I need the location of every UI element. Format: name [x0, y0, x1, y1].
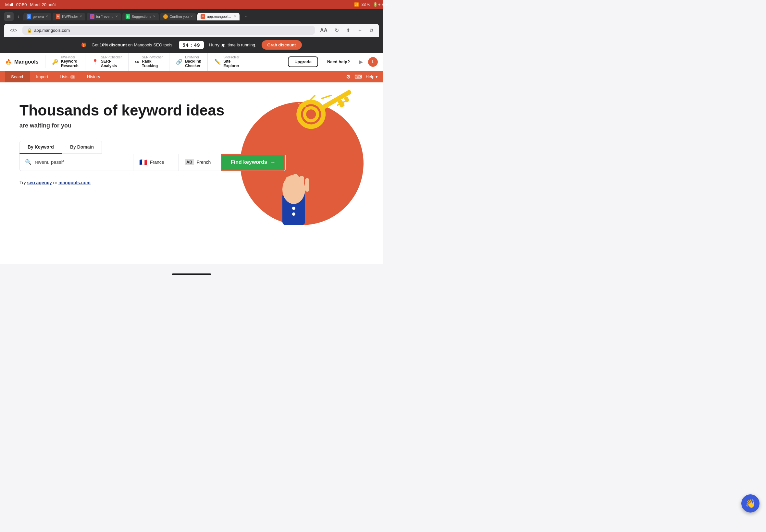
- reload-button[interactable]: ↻: [333, 26, 341, 35]
- svg-line-1: [321, 95, 331, 99]
- carrier-label: Mail: [5, 2, 13, 7]
- serpchecker-tool[interactable]: 📍 SERPChecker SERPAnalysis: [85, 53, 128, 71]
- tab-by-keyword[interactable]: By Keyword: [19, 141, 62, 154]
- svg-point-12: [292, 212, 295, 216]
- hero-subtitle: are waiting for you: [19, 122, 182, 129]
- lang-icon: AB: [185, 159, 194, 165]
- main-navigation: 🔥 Mangools 🔑 KWFinder KeywordResearch 📍 …: [0, 53, 383, 71]
- kwfinder-tool[interactable]: 🔑 KWFinder KeywordResearch: [45, 53, 85, 71]
- lock-icon: 🔒: [27, 28, 32, 33]
- new-tab-button[interactable]: ＋: [355, 26, 364, 35]
- subnav-import[interactable]: Import: [30, 71, 54, 82]
- svg-point-4: [294, 97, 328, 131]
- logo-area[interactable]: 🔥 Mangools: [5, 55, 45, 68]
- serpwatcher-tool[interactable]: ∞ SERPWatcher RankTracking: [128, 53, 169, 71]
- home-indicator[interactable]: [172, 273, 211, 275]
- try-seo-agency-link[interactable]: seo agency: [27, 180, 52, 185]
- promo-banner: 🎁 Get 10% discount on Mangools SEO tools…: [0, 37, 383, 53]
- help-menu[interactable]: Help ▾: [366, 74, 378, 79]
- brand-name: Mangools: [14, 59, 39, 65]
- upgrade-button[interactable]: Upgrade: [288, 56, 318, 67]
- try-mangools-link[interactable]: mangools.com: [58, 180, 91, 185]
- battery-label: 33 %: [361, 2, 370, 7]
- time-label: 07:50: [16, 2, 27, 7]
- country-label: France: [150, 160, 164, 165]
- promo-icon: 🎁: [81, 42, 86, 47]
- serpwatcher-icon: ∞: [135, 58, 139, 65]
- tabs-row: G genera ✕ M KWFinder ✕ 🔖 for "revenu ✕ …: [23, 13, 239, 20]
- logo-icon: 🔥: [5, 59, 12, 65]
- keyword-input-wrap: 🔍: [20, 154, 133, 171]
- aa-button[interactable]: AA: [318, 26, 329, 35]
- search-icon: 🔍: [25, 159, 31, 165]
- battery-icon: 🔋: [373, 2, 378, 7]
- back-button[interactable]: ‹: [16, 12, 21, 21]
- tab-by-domain[interactable]: By Domain: [62, 141, 102, 154]
- arrow-right-icon: →: [270, 159, 275, 165]
- browser-tab-suggestions[interactable]: S Suggestions ✕: [122, 13, 159, 20]
- linkminer-tool[interactable]: 🔗 LinkMiner BacklinkChecker: [169, 53, 208, 71]
- lang-label: French: [197, 160, 211, 165]
- serpchecker-icon: 📍: [92, 59, 98, 65]
- hero-section: Thousands of keyword ideas are waiting f…: [0, 82, 383, 228]
- hero-title: Thousands of keyword ideas: [19, 102, 234, 119]
- code-button[interactable]: </>: [8, 26, 19, 35]
- keyword-input[interactable]: [35, 159, 128, 165]
- tabs-button[interactable]: ⧉: [368, 26, 375, 35]
- need-help-text: Need help?: [327, 59, 350, 64]
- sidebar-button[interactable]: ⊞: [4, 12, 14, 21]
- svg-point-5: [302, 105, 320, 123]
- kwfinder-icon: 🔑: [52, 59, 58, 65]
- language-selector[interactable]: AB French: [179, 154, 221, 171]
- browser-tab-kwfinder[interactable]: M KWFinder ✕: [53, 13, 85, 20]
- svg-point-11: [292, 207, 295, 210]
- try-section: Try seo agency or mangools.com: [19, 180, 363, 185]
- status-bar: Mail 07:50 Mardi 20 août 📶 33 % 🔋: [0, 0, 383, 9]
- linkminer-icon: 🔗: [176, 59, 182, 65]
- grab-discount-button[interactable]: Grab discount: [261, 40, 302, 50]
- find-keywords-button[interactable]: Find keywords →: [221, 154, 285, 171]
- browser-tab-confirm[interactable]: Confirm you ✕: [160, 13, 196, 20]
- nav-expand-icon: ▶: [359, 59, 363, 65]
- address-bar[interactable]: 🔒 app.mangools.com: [22, 26, 315, 35]
- browser-tab-genera[interactable]: G genera ✕: [23, 13, 51, 20]
- search-bar: 🔍 🇫🇷 France AB French Find keywords →: [19, 154, 286, 171]
- keyboard-icon[interactable]: ⌨: [354, 74, 362, 80]
- promo-text: Get 10% discount on Mangools SEO tools!: [91, 42, 173, 47]
- subnav-search[interactable]: Search: [5, 71, 30, 82]
- share-button[interactable]: ⬆: [344, 26, 352, 35]
- siteprofiler-tool[interactable]: ✏️ SiteProfiler SiteExplorer: [208, 53, 246, 71]
- browser-chrome: ⊞ ‹ G genera ✕ M KWFinder ✕ 🔖 for "reven…: [0, 9, 383, 37]
- search-tabs: By Keyword By Domain: [19, 141, 363, 154]
- siteprofiler-icon: ✏️: [214, 59, 221, 65]
- subnav-lists[interactable]: Lists 0: [54, 71, 81, 82]
- app-container: 🎁 Get 10% discount on Mangools SEO tools…: [0, 37, 383, 264]
- urgency-text: Hurry up, time is running.: [209, 42, 256, 47]
- browser-tab-mangools[interactable]: ✕ app.mangools.com ✕: [197, 13, 239, 20]
- settings-icon[interactable]: ⚙: [346, 74, 350, 80]
- country-selector[interactable]: 🇫🇷 France: [133, 154, 179, 171]
- wifi-icon: 📶: [354, 2, 359, 7]
- country-flag: 🇫🇷: [139, 158, 147, 166]
- bottom-bar: [0, 264, 383, 277]
- countdown-timer: 54 : 49: [179, 41, 204, 49]
- sub-navigation: Search Import Lists 0 History ⚙ ⌨ Help ▾: [0, 71, 383, 82]
- more-tabs-button[interactable]: ···: [242, 13, 251, 20]
- browser-tab-revenu[interactable]: 🔖 for "revenu ✕: [87, 13, 121, 20]
- subnav-history[interactable]: History: [81, 71, 106, 82]
- user-avatar[interactable]: L: [368, 57, 378, 67]
- date-label: Mardi 20 août: [30, 2, 56, 7]
